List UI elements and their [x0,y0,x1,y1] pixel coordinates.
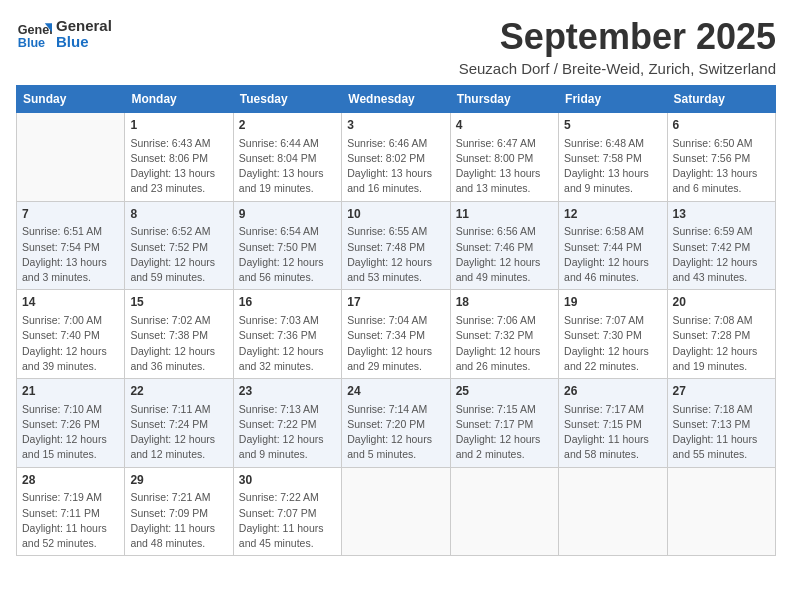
calendar-cell: 23Sunrise: 7:13 AM Sunset: 7:22 PM Dayli… [233,379,341,468]
day-number: 11 [456,206,553,223]
logo: General Blue General Blue [16,16,112,52]
week-row-5: 28Sunrise: 7:19 AM Sunset: 7:11 PM Dayli… [17,467,776,556]
day-info: Sunrise: 7:06 AM Sunset: 7:32 PM Dayligh… [456,313,553,374]
header: General Blue General Blue September 2025… [16,16,776,77]
logo-line2: Blue [56,34,112,51]
day-info: Sunrise: 7:02 AM Sunset: 7:38 PM Dayligh… [130,313,227,374]
day-number: 30 [239,472,336,489]
day-info: Sunrise: 6:59 AM Sunset: 7:42 PM Dayligh… [673,224,770,285]
day-info: Sunrise: 6:52 AM Sunset: 7:52 PM Dayligh… [130,224,227,285]
day-info: Sunrise: 6:47 AM Sunset: 8:00 PM Dayligh… [456,136,553,197]
week-row-2: 7Sunrise: 6:51 AM Sunset: 7:54 PM Daylig… [17,201,776,290]
calendar-cell: 24Sunrise: 7:14 AM Sunset: 7:20 PM Dayli… [342,379,450,468]
day-info: Sunrise: 7:07 AM Sunset: 7:30 PM Dayligh… [564,313,661,374]
week-row-4: 21Sunrise: 7:10 AM Sunset: 7:26 PM Dayli… [17,379,776,468]
day-info: Sunrise: 7:17 AM Sunset: 7:15 PM Dayligh… [564,402,661,463]
calendar-table: SundayMondayTuesdayWednesdayThursdayFrid… [16,85,776,556]
day-number: 7 [22,206,119,223]
calendar-cell: 14Sunrise: 7:00 AM Sunset: 7:40 PM Dayli… [17,290,125,379]
day-number: 5 [564,117,661,134]
day-number: 8 [130,206,227,223]
day-info: Sunrise: 6:54 AM Sunset: 7:50 PM Dayligh… [239,224,336,285]
day-info: Sunrise: 7:04 AM Sunset: 7:34 PM Dayligh… [347,313,444,374]
calendar-cell: 17Sunrise: 7:04 AM Sunset: 7:34 PM Dayli… [342,290,450,379]
calendar-cell: 22Sunrise: 7:11 AM Sunset: 7:24 PM Dayli… [125,379,233,468]
weekday-header-thursday: Thursday [450,86,558,113]
calendar-cell: 26Sunrise: 7:17 AM Sunset: 7:15 PM Dayli… [559,379,667,468]
day-number: 16 [239,294,336,311]
calendar-cell: 20Sunrise: 7:08 AM Sunset: 7:28 PM Dayli… [667,290,775,379]
day-number: 23 [239,383,336,400]
day-number: 15 [130,294,227,311]
day-info: Sunrise: 7:19 AM Sunset: 7:11 PM Dayligh… [22,490,119,551]
day-info: Sunrise: 7:22 AM Sunset: 7:07 PM Dayligh… [239,490,336,551]
calendar-cell [450,467,558,556]
calendar-cell: 8Sunrise: 6:52 AM Sunset: 7:52 PM Daylig… [125,201,233,290]
title-area: September 2025 Seuzach Dorf / Breite-Wei… [459,16,776,77]
calendar-cell [667,467,775,556]
calendar-cell: 27Sunrise: 7:18 AM Sunset: 7:13 PM Dayli… [667,379,775,468]
subtitle: Seuzach Dorf / Breite-Weid, Zurich, Swit… [459,60,776,77]
day-number: 28 [22,472,119,489]
weekday-header-tuesday: Tuesday [233,86,341,113]
day-info: Sunrise: 7:08 AM Sunset: 7:28 PM Dayligh… [673,313,770,374]
day-info: Sunrise: 7:11 AM Sunset: 7:24 PM Dayligh… [130,402,227,463]
day-number: 26 [564,383,661,400]
calendar-cell: 15Sunrise: 7:02 AM Sunset: 7:38 PM Dayli… [125,290,233,379]
logo-line1: General [56,18,112,35]
day-number: 25 [456,383,553,400]
day-number: 19 [564,294,661,311]
day-number: 24 [347,383,444,400]
day-number: 10 [347,206,444,223]
day-info: Sunrise: 6:56 AM Sunset: 7:46 PM Dayligh… [456,224,553,285]
weekday-header-friday: Friday [559,86,667,113]
day-number: 17 [347,294,444,311]
calendar-cell: 21Sunrise: 7:10 AM Sunset: 7:26 PM Dayli… [17,379,125,468]
day-number: 22 [130,383,227,400]
month-title: September 2025 [459,16,776,58]
day-info: Sunrise: 7:15 AM Sunset: 7:17 PM Dayligh… [456,402,553,463]
calendar-cell: 25Sunrise: 7:15 AM Sunset: 7:17 PM Dayli… [450,379,558,468]
calendar-cell: 29Sunrise: 7:21 AM Sunset: 7:09 PM Dayli… [125,467,233,556]
calendar-cell: 16Sunrise: 7:03 AM Sunset: 7:36 PM Dayli… [233,290,341,379]
day-info: Sunrise: 6:51 AM Sunset: 7:54 PM Dayligh… [22,224,119,285]
day-info: Sunrise: 6:50 AM Sunset: 7:56 PM Dayligh… [673,136,770,197]
day-number: 14 [22,294,119,311]
day-info: Sunrise: 7:18 AM Sunset: 7:13 PM Dayligh… [673,402,770,463]
day-number: 21 [22,383,119,400]
calendar-cell: 4Sunrise: 6:47 AM Sunset: 8:00 PM Daylig… [450,113,558,202]
calendar-cell [342,467,450,556]
week-row-3: 14Sunrise: 7:00 AM Sunset: 7:40 PM Dayli… [17,290,776,379]
day-info: Sunrise: 7:10 AM Sunset: 7:26 PM Dayligh… [22,402,119,463]
calendar-cell: 5Sunrise: 6:48 AM Sunset: 7:58 PM Daylig… [559,113,667,202]
calendar-cell: 28Sunrise: 7:19 AM Sunset: 7:11 PM Dayli… [17,467,125,556]
day-info: Sunrise: 7:03 AM Sunset: 7:36 PM Dayligh… [239,313,336,374]
calendar-cell: 11Sunrise: 6:56 AM Sunset: 7:46 PM Dayli… [450,201,558,290]
day-number: 12 [564,206,661,223]
weekday-header-sunday: Sunday [17,86,125,113]
day-info: Sunrise: 7:21 AM Sunset: 7:09 PM Dayligh… [130,490,227,551]
day-info: Sunrise: 6:48 AM Sunset: 7:58 PM Dayligh… [564,136,661,197]
svg-text:Blue: Blue [18,36,45,50]
day-info: Sunrise: 6:58 AM Sunset: 7:44 PM Dayligh… [564,224,661,285]
calendar-cell [17,113,125,202]
weekday-header-monday: Monday [125,86,233,113]
day-number: 4 [456,117,553,134]
day-number: 20 [673,294,770,311]
calendar-cell: 19Sunrise: 7:07 AM Sunset: 7:30 PM Dayli… [559,290,667,379]
day-info: Sunrise: 7:13 AM Sunset: 7:22 PM Dayligh… [239,402,336,463]
day-info: Sunrise: 6:55 AM Sunset: 7:48 PM Dayligh… [347,224,444,285]
calendar-cell: 7Sunrise: 6:51 AM Sunset: 7:54 PM Daylig… [17,201,125,290]
calendar-cell: 12Sunrise: 6:58 AM Sunset: 7:44 PM Dayli… [559,201,667,290]
weekday-header-saturday: Saturday [667,86,775,113]
day-info: Sunrise: 7:00 AM Sunset: 7:40 PM Dayligh… [22,313,119,374]
day-number: 3 [347,117,444,134]
day-info: Sunrise: 6:44 AM Sunset: 8:04 PM Dayligh… [239,136,336,197]
calendar-cell: 30Sunrise: 7:22 AM Sunset: 7:07 PM Dayli… [233,467,341,556]
day-number: 29 [130,472,227,489]
calendar-cell: 13Sunrise: 6:59 AM Sunset: 7:42 PM Dayli… [667,201,775,290]
calendar-cell: 2Sunrise: 6:44 AM Sunset: 8:04 PM Daylig… [233,113,341,202]
weekday-header-row: SundayMondayTuesdayWednesdayThursdayFrid… [17,86,776,113]
calendar-cell: 6Sunrise: 6:50 AM Sunset: 7:56 PM Daylig… [667,113,775,202]
calendar-cell: 9Sunrise: 6:54 AM Sunset: 7:50 PM Daylig… [233,201,341,290]
